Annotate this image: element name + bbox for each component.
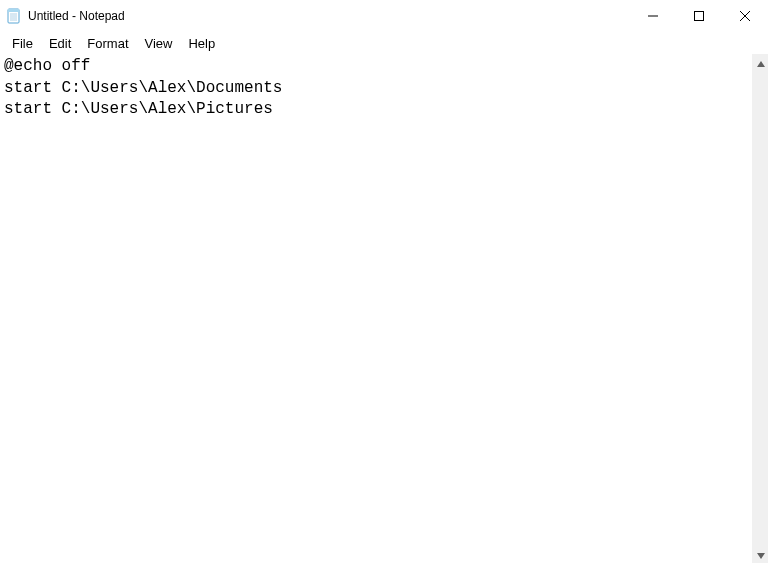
scroll-down-button[interactable] [752,546,768,563]
svg-rect-1 [8,9,19,12]
window-title: Untitled - Notepad [28,9,125,23]
text-editor[interactable]: @echo off start C:\Users\Alex\Documents … [0,54,751,563]
scroll-up-icon [757,56,765,70]
svg-rect-6 [648,15,658,16]
titlebar-left: Untitled - Notepad [0,8,630,24]
menu-view[interactable]: View [137,34,181,53]
menu-help[interactable]: Help [180,34,223,53]
maximize-button[interactable] [676,0,722,32]
notepad-icon [6,8,22,24]
menubar: File Edit Format View Help [0,32,768,54]
maximize-icon [694,9,704,24]
svg-marker-11 [757,553,765,559]
scroll-up-button[interactable] [752,54,768,71]
close-button[interactable] [722,0,768,32]
close-icon [740,9,750,24]
svg-rect-7 [695,11,704,20]
content-area: @echo off start C:\Users\Alex\Documents … [0,54,768,563]
titlebar[interactable]: Untitled - Notepad [0,0,768,32]
window-controls [630,0,768,31]
vertical-scrollbar[interactable] [751,54,768,563]
menu-file[interactable]: File [4,34,41,53]
minimize-button[interactable] [630,0,676,32]
menu-edit[interactable]: Edit [41,34,79,53]
menu-format[interactable]: Format [79,34,136,53]
minimize-icon [648,9,658,24]
svg-marker-10 [757,61,765,67]
scroll-down-icon [757,548,765,562]
